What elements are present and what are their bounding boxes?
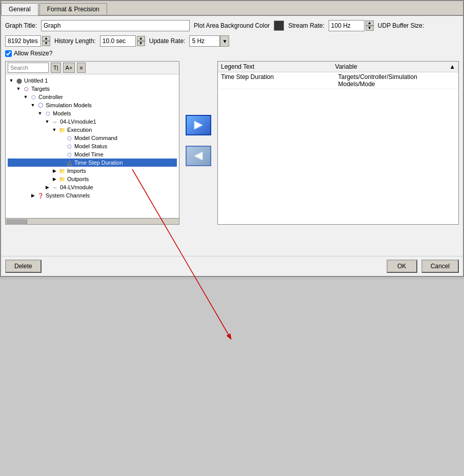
tree-search-input[interactable] (8, 63, 49, 73)
left-arrow-icon (191, 149, 206, 163)
legend-variable-0: Targets/Controller/Simulation Models/Mod… (338, 73, 456, 88)
legend-panel: Legend Text Variable ▲ Time Step Duratio… (217, 61, 459, 225)
tree-node-imports[interactable]: ▶ 📁 Imports (8, 167, 177, 175)
tree-node-controller[interactable]: ▼ ⬡ Controller (8, 93, 177, 101)
stream-rate-up[interactable]: ▲ (366, 21, 374, 26)
canvas-area: self add in1 0.00000 self add out1 0.00 … (0, 280, 464, 476)
history-spinner: ▲ ▼ (100, 35, 145, 47)
settings-row-1: Graph Title: Plot Area Background Color … (5, 20, 459, 47)
tree-toolbar: T| A+ ≡ (6, 62, 179, 74)
update-rate-label: Update Rate: (149, 37, 186, 45)
dialog-body: Graph Title: Plot Area Background Color … (1, 16, 463, 229)
allow-resize-row: Allow Resize? (5, 50, 459, 57)
tree-node-targets[interactable]: ▼ ⬡ Targets (8, 85, 177, 93)
legend-scroll-up[interactable]: ▲ (449, 63, 455, 70)
tree-scrollbar[interactable] (6, 218, 179, 224)
allow-resize-checkbox[interactable] (5, 50, 12, 57)
tree-btn-1[interactable]: T| (51, 63, 61, 73)
cancel-button[interactable]: Cancel (421, 260, 459, 273)
tree-node-model-time[interactable]: ▶ ⬡ Model Time (8, 150, 177, 158)
svg-marker-0 (194, 121, 203, 129)
udp-down[interactable]: ▼ (42, 41, 50, 46)
tree-node-time-step[interactable]: ▶ △ Time Step Duration (8, 158, 177, 167)
tree-node-models[interactable]: ▼ ⬡ Models (8, 109, 177, 117)
dialog-footer: Delete OK Cancel (1, 256, 463, 276)
tree-node-model-cmd[interactable]: ▶ ⬡ Model Command (8, 134, 177, 142)
legend-text-0: Time Step Duration (221, 73, 338, 88)
udp-up[interactable]: ▲ (42, 36, 50, 41)
tree-node-untitled1[interactable]: ▼ ⬤ Untitled 1 (8, 76, 177, 85)
delete-button[interactable]: Delete (5, 260, 42, 273)
main-content: T| A+ ≡ ▼ ⬤ Untitled 1 ▼ (5, 61, 459, 225)
graph-title-label: Graph Title: (5, 22, 37, 29)
stream-rate-spinner: ▲ ▼ (329, 20, 374, 31)
dialog: General Format & Precision Graph Title: … (0, 0, 464, 277)
history-down[interactable]: ▼ (137, 41, 145, 46)
stream-rate-label: Stream Rate: (288, 22, 325, 29)
plot-bg-label: Plot Area Background Color (194, 22, 270, 29)
update-rate-input[interactable] (189, 35, 220, 47)
udp-label: UDP Buffer Size: (378, 22, 424, 29)
tree-node-outports[interactable]: ▶ 📁 Outports (8, 175, 177, 183)
stream-rate-down[interactable]: ▼ (366, 26, 374, 31)
right-arrow-icon (191, 118, 206, 132)
allow-resize-label: Allow Resize? (14, 50, 52, 57)
tree-node-execution[interactable]: ▼ 📁 Execution (8, 126, 177, 134)
graph-title-input[interactable] (41, 20, 190, 31)
tree-btn-3[interactable]: ≡ (77, 63, 85, 73)
udp-spinner: ▲ ▼ (5, 35, 50, 47)
ok-button[interactable]: OK (387, 260, 417, 273)
update-rate-dropdown[interactable]: ▼ (220, 35, 229, 47)
legend-col-variable: Variable (335, 63, 450, 70)
svg-marker-1 (194, 152, 203, 160)
tree-node-sys-channels[interactable]: ▶ ❓ System Channels (8, 191, 177, 200)
tab-general[interactable]: General (1, 3, 38, 15)
color-swatch[interactable] (274, 21, 284, 31)
tree-btn-2[interactable]: A+ (63, 63, 75, 73)
tab-format-precision[interactable]: Format & Precision (39, 3, 107, 15)
tree-content: ▼ ⬤ Untitled 1 ▼ ⬡ Targets ▼ (6, 74, 179, 218)
arrow-buttons (184, 61, 213, 220)
legend-col-text: Legend Text (221, 63, 335, 70)
history-label: History Length: (54, 37, 96, 45)
stream-rate-input[interactable] (329, 20, 365, 31)
legend-row-0[interactable]: Time Step Duration Targets/Controller/Si… (218, 72, 458, 89)
tree-node-model-status[interactable]: ▶ ⬡ Model Status (8, 142, 177, 150)
tab-bar: General Format & Precision (1, 1, 463, 16)
history-input[interactable] (100, 35, 136, 47)
tree-node-sim-models[interactable]: ▼ ⬡ Simulation Models (8, 101, 177, 109)
tree-node-lvmodule[interactable]: ▶ ↔ 04-LVmodule (8, 183, 177, 191)
history-up[interactable]: ▲ (137, 36, 145, 41)
arrow-right-btn[interactable] (186, 115, 211, 135)
tree-node-lvmodule1[interactable]: ▼ ↔ 04-LVmodule1 (8, 117, 177, 126)
arrow-left-btn[interactable] (186, 146, 211, 166)
legend-header: Legend Text Variable ▲ (218, 62, 458, 72)
tree-panel: T| A+ ≡ ▼ ⬤ Untitled 1 ▼ (5, 61, 179, 225)
udp-input[interactable] (5, 35, 41, 47)
